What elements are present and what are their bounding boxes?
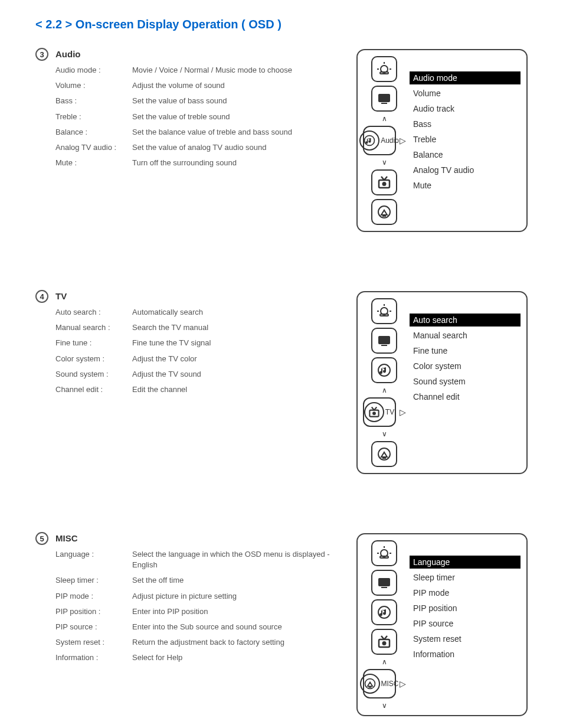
definition-description: Adjust picture in picture setting [132,591,345,602]
osd-menu-item[interactable]: Auto search [410,314,521,327]
definition-row: Sound system : Adjust the TV sound [55,369,345,380]
definition-label: System reset : [55,637,132,648]
definition-row: Audio mode : Movie / Voice / Normal / Mu… [55,65,345,76]
osd-active-tab[interactable]: Audio ▷ [363,126,406,155]
chevron-down-icon: ∨ [382,430,387,438]
osd-menu-item[interactable]: Bass [410,117,521,130]
osd-menu-item[interactable]: Channel edit [410,390,521,403]
definition-label: Sound system : [55,369,132,380]
definition-row: PIP source : Enter into the Sub source a… [55,622,345,632]
osd-menu-item[interactable]: Audio mode [410,71,521,84]
osd-active-tab[interactable]: MISC ▷ [363,669,406,698]
osd-tab-misc[interactable] [371,199,397,225]
chevron-up-icon: ∧ [382,387,387,394]
osd-menu-item[interactable]: Manual search [410,329,521,342]
chevron-down-icon: ∨ [382,159,387,166]
osd-menu-item[interactable]: Sound system [410,375,521,388]
definition-label: PIP mode : [55,591,132,602]
osd-menu-item[interactable]: Language [410,556,521,569]
definition-description: Adjust the volume of sound [132,80,345,91]
definition-row: Manual search : Search the TV manual [55,322,345,333]
definition-label: Auto search : [55,307,132,318]
osd-menu-list: Auto searchManual searchFine tuneColor s… [410,298,521,467]
osd-tab-display[interactable] [371,86,397,112]
osd-tab-brightness[interactable] [371,298,397,324]
definition-description: Search the TV manual [132,322,345,333]
definition-label: Language : [55,549,132,570]
section-title: Audio [55,49,345,59]
definition-description: Movie / Voice / Normal / Music mode to c… [132,65,345,76]
osd-menu-item[interactable]: Audio track [410,102,521,115]
osd-tab-brightness[interactable] [371,540,397,566]
section-number-badge: 5 [35,532,48,545]
osd-menu-item[interactable]: System reset [410,632,521,645]
definition-label: PIP position : [55,606,132,617]
definition-row: Balance : Set the balance value of trebl… [55,127,345,138]
definition-row: Information : Select for Help [55,652,345,663]
definition-label: Channel edit : [55,384,132,395]
osd-menu-item[interactable]: PIP position [410,602,521,615]
osd-menu-item[interactable]: Sleep timer [410,571,521,584]
definition-row: Channel edit : Edit the channel [55,384,345,395]
chevron-down-icon: ∨ [382,702,387,709]
osd-tab-tv[interactable] [371,629,397,655]
osd-panel: ∧ Audio ▷ ∨ Audio modeVolumeAudio trackB… [356,49,528,232]
osd-menu-item[interactable]: Analog TV audio [410,164,521,177]
section-tv: 4 TV Auto search : Automatically search … [35,291,528,474]
osd-tab-display[interactable] [371,570,397,596]
osd-tab-misc[interactable] [371,441,397,467]
definition-description: Set the value of treble sound [132,112,345,122]
definition-row: Treble : Set the value of treble sound [55,112,345,122]
definition-description: Adjust the TV sound [132,369,345,380]
chevron-up-icon: ∧ [382,115,387,122]
triangle-right-icon: ▷ [400,679,406,688]
osd-tab-brightness[interactable] [371,56,397,82]
osd-menu-item[interactable]: Mute [410,179,521,192]
osd-active-tab[interactable]: TV ▷ [363,397,406,427]
definition-label: Analog TV audio : [55,142,132,153]
section-number-badge: 4 [35,290,48,303]
osd-tab-audio[interactable] [371,599,397,625]
section-misc: 5 MISC Language : Select the language in… [35,533,528,716]
osd-menu-item[interactable]: PIP source [410,617,521,630]
triangle-right-icon: ▷ [400,136,406,145]
definition-row: PIP mode : Adjust picture in picture set… [55,591,345,602]
definition-description: Automatically search [132,307,345,318]
definition-row: PIP position : Enter into PIP position [55,606,345,617]
osd-tab-tv[interactable] [371,169,397,195]
chevron-up-icon: ∧ [382,658,387,665]
osd-menu-item[interactable]: Color system [410,360,521,373]
definition-row: Color system : Adjust the TV color [55,354,345,364]
osd-menu-item[interactable]: Fine tune [410,344,521,357]
definition-row: Auto search : Automatically search [55,307,345,318]
definition-row: Analog TV audio : Set the value of analo… [55,142,345,153]
definition-label: Balance : [55,127,132,138]
definition-label: Audio mode : [55,65,132,76]
osd-menu-item[interactable]: PIP mode [410,586,521,599]
definition-description: Adjust the TV color [132,354,345,364]
triangle-right-icon: ▷ [400,407,406,417]
osd-tab-column: ∧ TV ▷ ∨ [364,298,405,467]
definition-label: PIP source : [55,622,132,632]
definition-description: Return the adjustment back to factory se… [132,637,345,648]
definition-list: Auto search : Automatically search Manua… [55,307,345,395]
osd-menu-item[interactable]: Balance [410,148,521,161]
definition-description: Edit the channel [132,384,345,395]
osd-tab-column: ∧ Audio ▷ ∨ [364,56,405,225]
definition-label: Sleep timer : [55,575,132,586]
osd-tab-audio[interactable] [371,357,397,383]
osd-menu-item[interactable]: Volume [410,87,521,100]
osd-tab-display[interactable] [371,328,397,354]
section-number-badge: 3 [35,48,48,61]
definition-label: Bass : [55,96,132,106]
definition-description: Enter into the Sub source and sound sour… [132,622,345,632]
definition-label: Color system : [55,354,132,364]
definition-label: Fine tune : [55,338,132,348]
osd-menu-list: LanguageSleep timerPIP modePIP positionP… [410,540,521,709]
definition-list: Audio mode : Movie / Voice / Normal / Mu… [55,65,345,168]
osd-panel: ∧ MISC ▷ ∨ LanguageSleep timerPIP modePI… [356,533,528,716]
osd-menu-item[interactable]: Information [410,648,521,661]
definition-list: Language : Select the language in which … [55,549,345,664]
definition-row: Fine tune : Fine tune the TV signal [55,338,345,348]
osd-menu-item[interactable]: Treble [410,133,521,146]
